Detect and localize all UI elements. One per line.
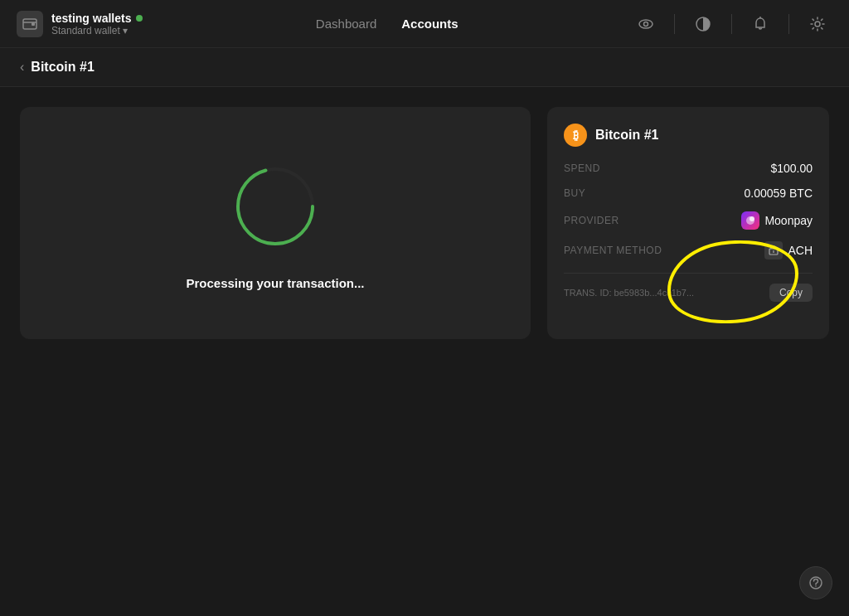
buy-label: BUY (564, 187, 585, 199)
header-nav: Dashboard Accounts (316, 17, 458, 31)
svg-point-14 (815, 585, 817, 587)
contrast-icon[interactable] (688, 9, 718, 39)
provider-value: Moonpay (741, 211, 813, 230)
payment-method: ACH (788, 244, 813, 257)
main-content: Processing your transaction... ₿ Bitcoin… (0, 87, 849, 611)
trans-id-label: TRANS. ID: be5983b...4cc1b7... (564, 288, 763, 298)
divider (674, 14, 675, 34)
buy-value: 0.00059 BTC (745, 187, 813, 200)
details-card: ₿ Bitcoin #1 SPEND $100.00 BUY 0.00059 B… (547, 107, 829, 339)
details-title: Bitcoin #1 (595, 128, 658, 143)
bitcoin-icon: ₿ (564, 124, 587, 147)
divider2 (731, 14, 732, 34)
spend-row: SPEND $100.00 (564, 162, 813, 175)
divider3 (788, 14, 789, 34)
svg-point-3 (643, 22, 648, 26)
settings-icon[interactable] (803, 9, 832, 39)
provider-label: PROVIDER (564, 215, 619, 226)
wallet-icon (17, 11, 43, 37)
header-left: testing wallets Standard wallet ▾ (17, 11, 143, 37)
buy-row: BUY 0.00059 BTC (564, 187, 813, 200)
provider-name: Moonpay (764, 214, 813, 227)
ach-icon (764, 241, 783, 259)
nav-dashboard[interactable]: Dashboard (316, 17, 376, 31)
provider-row: PROVIDER Moonpay (564, 211, 813, 230)
copy-button[interactable]: Copy (769, 284, 813, 302)
help-button[interactable] (799, 566, 832, 599)
payment-label: PAYMENT METHOD (564, 245, 662, 256)
moonpay-icon (741, 211, 759, 230)
header: testing wallets Standard wallet ▾ Dashbo… (0, 0, 849, 48)
payment-value: ACH (764, 241, 813, 259)
spend-value: $100.00 (770, 162, 813, 175)
eye-icon[interactable] (631, 9, 661, 39)
details-header: ₿ Bitcoin #1 (564, 124, 813, 147)
header-icons (631, 9, 832, 39)
processing-text: Processing your transaction... (186, 276, 364, 290)
online-indicator (136, 15, 143, 22)
spend-label: SPEND (564, 162, 600, 174)
breadcrumb: ‹ Bitcoin #1 (0, 48, 849, 87)
bell-icon[interactable] (745, 9, 775, 39)
nav-accounts[interactable]: Accounts (401, 17, 458, 31)
wallet-info: testing wallets Standard wallet ▾ (51, 12, 143, 36)
back-button[interactable]: ‹ (20, 60, 24, 75)
wallet-type[interactable]: Standard wallet ▾ (51, 25, 143, 36)
svg-point-6 (815, 22, 820, 27)
spinner (226, 157, 325, 256)
processing-card: Processing your transaction... (20, 107, 531, 339)
svg-point-2 (639, 20, 653, 28)
svg-point-10 (750, 216, 754, 221)
payment-row: PAYMENT METHOD ACH (564, 241, 813, 259)
page-title: Bitcoin #1 (31, 60, 94, 75)
wallet-name: testing wallets (51, 12, 131, 25)
trans-row: TRANS. ID: be5983b...4cc1b7... Copy (564, 273, 813, 302)
